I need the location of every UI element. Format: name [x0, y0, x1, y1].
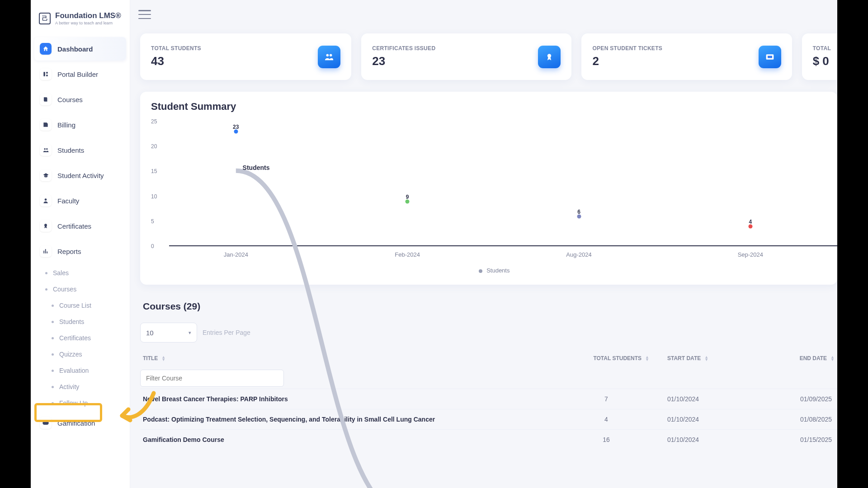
y-tick: 10 [151, 193, 157, 200]
svg-point-0 [44, 148, 46, 150]
ticket-icon [759, 46, 781, 68]
subnav-label: Course List [59, 302, 91, 309]
chart-point-label: 23 [233, 124, 239, 130]
y-tick: 0 [151, 243, 154, 249]
subnav-quizzes[interactable]: Quizzes [49, 346, 126, 362]
stat-card-tickets: OPEN STUDENT TICKETS 2 [581, 33, 792, 80]
subnav-followup[interactable]: Follow-Up [49, 395, 126, 411]
x-tick: Feb-2024 [395, 251, 420, 258]
subnav-sales[interactable]: Sales [42, 265, 126, 281]
book-icon [40, 94, 52, 105]
sidebar-item-label: Students [57, 146, 84, 154]
sidebar-item-label: Certificates [57, 222, 91, 230]
sidebar-item-dashboard[interactable]: Dashboard [34, 37, 126, 61]
subnav-evaluation[interactable]: Evaluation [49, 362, 126, 379]
sidebar-item-label: Reports [57, 248, 81, 255]
bullet-icon [52, 386, 54, 388]
bullet-icon [52, 353, 54, 356]
th-label: TITLE [143, 355, 158, 361]
select-value: 10 [146, 329, 154, 337]
brand-tagline: A better way to teach and learn [55, 21, 121, 25]
certificate-icon [538, 46, 561, 68]
x-tick: Jan-2024 [224, 251, 248, 258]
subnav-course-list[interactable]: Course List [49, 297, 126, 314]
chart-card: Student Summary Students Jan-2024Feb-202… [140, 92, 837, 285]
svg-point-3 [44, 224, 47, 226]
subnav-label: Follow-Up [59, 399, 88, 407]
sidebar-item-student-activity[interactable]: Student Activity [34, 164, 126, 187]
chart-point-label: 9 [406, 194, 409, 200]
topbar [130, 0, 837, 29]
chart-point-label: 4 [749, 219, 752, 225]
y-tick: 15 [151, 168, 157, 174]
activity-icon [40, 169, 52, 181]
stat-label: TOTAL [813, 45, 831, 52]
sidebar-item-billing[interactable]: Billing [34, 113, 126, 136]
subnav-courses[interactable]: Courses [42, 281, 126, 297]
subnav-label: Sales [53, 269, 69, 277]
nav: Dashboard Portal Builder Courses Billing [31, 33, 130, 436]
home-icon [40, 43, 52, 55]
sidebar-item-label: Dashboard [57, 45, 93, 53]
portal-icon [40, 68, 52, 80]
chart-line [169, 122, 837, 488]
stat-card-certificates: CERTIFICATES ISSUED 23 [361, 33, 571, 80]
stat-card-total-cut: TOTAL $ 0 [802, 33, 837, 80]
stat-label: TOTAL STUDENTS [151, 45, 201, 52]
brand: 己 Foundation LMS® A better way to teach … [31, 0, 130, 33]
sidebar-item-label: Courses [57, 96, 83, 103]
sidebar: 己 Foundation LMS® A better way to teach … [31, 0, 130, 488]
svg-point-1 [46, 148, 48, 150]
billing-icon [40, 119, 52, 131]
stat-cards-row: TOTAL STUDENTS 43 CERTIFICATES ISSUED 23 [140, 33, 837, 80]
bullet-icon [52, 321, 54, 323]
brand-name: Foundation LMS® [55, 12, 121, 19]
stat-value: 23 [372, 54, 435, 68]
sidebar-item-students[interactable]: Students [34, 138, 126, 162]
stat-label: CERTIFICATES ISSUED [372, 45, 435, 52]
subnav-label: Students [59, 318, 84, 325]
stat-value: $ 0 [813, 54, 831, 68]
menu-toggle-button[interactable] [138, 10, 151, 19]
subnav-students[interactable]: Students [49, 314, 126, 330]
gamification-icon [40, 417, 52, 429]
courses-subnav: Course List Students Certificates Quizze… [42, 297, 126, 411]
y-tick: 25 [151, 118, 157, 125]
subnav-label: Evaluation [59, 367, 89, 374]
svg-point-6 [330, 54, 332, 56]
certificate-icon [40, 220, 52, 232]
subnav-label: Activity [59, 383, 79, 390]
faculty-icon [40, 195, 52, 206]
main: TOTAL STUDENTS 43 CERTIFICATES ISSUED 23 [130, 0, 837, 488]
sidebar-item-label: Gamification [57, 419, 95, 427]
subnav-certificates[interactable]: Certificates [49, 330, 126, 346]
brand-logo-icon: 己 [39, 13, 51, 24]
sidebar-item-label: Portal Builder [57, 70, 98, 78]
bullet-icon [52, 370, 54, 372]
series-inline-label: Students [243, 164, 270, 171]
subnav-label: Courses [53, 286, 76, 293]
sidebar-item-certificates[interactable]: Certificates [34, 214, 126, 238]
bullet-icon [52, 337, 54, 339]
chart-plot: Students Jan-2024Feb-2024Aug-2024Sep-202… [169, 122, 837, 246]
subnav-activity[interactable]: Activity [49, 379, 126, 395]
sidebar-item-label: Student Activity [57, 172, 104, 179]
chart-area: Students Jan-2024Feb-2024Aug-2024Sep-202… [151, 117, 837, 262]
bullet-icon [52, 402, 54, 404]
sidebar-item-label: Billing [57, 121, 75, 129]
sidebar-item-portal-builder[interactable]: Portal Builder [34, 62, 126, 86]
svg-rect-9 [768, 56, 772, 58]
sidebar-item-faculty[interactable]: Faculty [34, 189, 126, 212]
stat-label: OPEN STUDENT TICKETS [592, 45, 662, 52]
y-tick: 20 [151, 143, 157, 150]
svg-point-7 [547, 54, 551, 57]
sidebar-item-courses[interactable]: Courses [34, 88, 126, 111]
sidebar-item-gamification[interactable]: Gamification [34, 411, 126, 435]
svg-point-2 [45, 198, 47, 201]
sidebar-item-reports[interactable]: Reports [34, 239, 126, 263]
reports-icon [40, 245, 52, 257]
chart-title: Student Summary [151, 101, 837, 113]
svg-rect-4 [42, 421, 48, 425]
reports-subnav: Sales Courses Course List Students Certi… [34, 265, 126, 411]
students-icon [40, 144, 52, 156]
